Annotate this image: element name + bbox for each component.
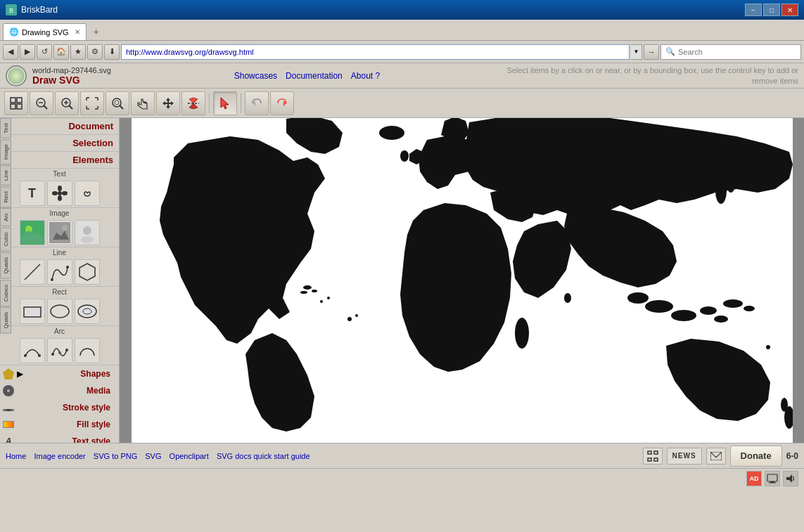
app-logo-inner	[8, 67, 25, 84]
pan-button[interactable]	[131, 91, 155, 115]
vtab-quads2[interactable]: Quads	[0, 307, 11, 334]
text-tool-T[interactable]: T	[20, 181, 45, 206]
svg-line-12	[69, 105, 72, 109]
image-encoder-link[interactable]: Image encoder	[34, 452, 85, 460]
text-style-icon: A	[3, 436, 14, 443]
svg-to-png-link[interactable]: SVG to PNG	[94, 452, 137, 460]
rect-tool-circle[interactable]	[75, 299, 100, 324]
back-button[interactable]: ◀	[3, 44, 18, 60]
line-tool-straight[interactable]	[20, 259, 45, 285]
image-tool-3[interactable]	[75, 220, 100, 245]
monitor-status-icon[interactable]	[765, 471, 780, 486]
rect-tool-rect[interactable]	[20, 299, 45, 324]
bottom-bar: Home Image encoder SVG to PNG SVG Opencl…	[0, 443, 804, 468]
zoom-out-button[interactable]	[30, 91, 53, 115]
email-button[interactable]	[706, 448, 726, 465]
active-tab[interactable]: 🌐 Drawing SVG ✕	[3, 23, 87, 40]
app-header: world-map-297446.svg Draw SVG Showcases …	[0, 63, 804, 89]
speaker-status-icon[interactable]	[783, 471, 798, 486]
ad-status-icon[interactable]: AD	[746, 471, 762, 486]
svg-point-49	[78, 305, 96, 318]
image-tool-1[interactable]	[20, 220, 45, 245]
vtab-cubics[interactable]: Cubics	[0, 280, 11, 306]
filename: world-map-297446.svg	[32, 66, 111, 74]
selection-header[interactable]: Selection	[0, 135, 119, 151]
vtab-line[interactable]: Line	[0, 165, 11, 186]
undo-button[interactable]	[245, 91, 269, 115]
reload-button[interactable]: ↺	[37, 44, 52, 60]
line-tool-polygon[interactable]	[75, 259, 100, 285]
text-style-item[interactable]: Text style	[14, 434, 116, 443]
home-link[interactable]: Home	[6, 452, 26, 460]
donate-button[interactable]: Donate	[730, 446, 782, 467]
minimize-button[interactable]: −	[745, 4, 762, 16]
text-label: Text	[0, 169, 119, 179]
arc-tool-3[interactable]	[75, 338, 100, 363]
about-link[interactable]: About ?	[351, 71, 380, 81]
app-icon: B	[6, 4, 17, 15]
flip-vertical-button[interactable]	[181, 91, 205, 115]
fit-page-button[interactable]	[4, 91, 28, 115]
search-box[interactable]: 🔍	[661, 44, 801, 60]
documentation-link[interactable]: Documentation	[286, 71, 343, 81]
download-button[interactable]: ⬇	[104, 44, 120, 60]
svg-point-74	[744, 306, 755, 311]
tab-close-button[interactable]: ✕	[75, 28, 80, 36]
bottom-links: Home Image encoder SVG to PNG SVG Opencl…	[6, 452, 316, 460]
fill-style-item[interactable]: Fill style	[14, 417, 116, 432]
news-button[interactable]: NEWS	[667, 448, 702, 465]
vtab-quads[interactable]: Quads	[0, 252, 11, 279]
svg-point-31	[58, 191, 62, 195]
shapes-item[interactable]: Shapes	[23, 367, 116, 381]
redo-button[interactable]	[270, 91, 294, 115]
go-button[interactable]: →	[644, 44, 659, 60]
vtab-arc[interactable]: Arc	[0, 208, 11, 226]
line-tools-section: Line	[0, 247, 119, 287]
arc-tool-1[interactable]	[20, 338, 45, 363]
version-label: 6-0	[786, 451, 798, 461]
bookmark-button[interactable]: ★	[70, 44, 86, 60]
line-tool-curve[interactable]	[47, 259, 72, 285]
vtab-text[interactable]: Text	[0, 118, 11, 138]
fullscreen-button[interactable]	[643, 448, 663, 465]
text-tool-flower[interactable]	[47, 181, 72, 206]
svg-point-45	[66, 266, 69, 268]
vtab-rect[interactable]: Rect	[0, 186, 11, 207]
image-tool-2[interactable]	[47, 220, 72, 245]
zoom-in-button[interactable]	[55, 91, 79, 115]
showcases-link[interactable]: Showcases	[234, 71, 277, 81]
line-label: Line	[0, 247, 119, 258]
svg-link[interactable]: SVG	[145, 452, 161, 460]
text-tool-spiral[interactable]	[75, 181, 100, 206]
search-input[interactable]	[678, 48, 791, 56]
app-logo	[6, 65, 27, 86]
rect-tool-ellipse[interactable]	[47, 299, 72, 324]
move-button[interactable]	[156, 91, 180, 115]
vtab-image[interactable]: Image	[0, 139, 11, 164]
forward-button[interactable]: ▶	[20, 44, 35, 60]
fit-selection-button[interactable]	[80, 91, 104, 115]
tab-label: Drawing SVG	[22, 28, 69, 37]
close-button[interactable]: ✕	[781, 4, 798, 16]
document-header[interactable]: Document	[0, 118, 119, 134]
home-button[interactable]: 🏠	[53, 44, 69, 60]
elements-header[interactable]: Elements	[0, 152, 119, 168]
add-tab-button[interactable]: +	[89, 25, 103, 39]
svg-rect-2	[11, 98, 15, 103]
shapes-expand[interactable]: ▶	[17, 369, 23, 379]
openclipart-link[interactable]: Openclipart	[170, 452, 209, 460]
select-button[interactable]	[213, 91, 237, 115]
media-item[interactable]: Media	[14, 384, 116, 398]
zoom-tool-button[interactable]	[106, 91, 129, 115]
settings-button[interactable]: ⚙	[87, 44, 103, 60]
maximize-button[interactable]: □	[763, 4, 780, 16]
vtab-cubic[interactable]: Cubic	[0, 227, 11, 251]
svg-docs-link[interactable]: SVG docs quick start guide	[217, 452, 310, 460]
svg-point-83	[766, 345, 770, 349]
stroke-style-item[interactable]: Stroke style	[14, 401, 116, 415]
url-dropdown-button[interactable]: ▼	[631, 44, 642, 60]
url-bar[interactable]: http://www.drawsvg.org/drawsvg.html	[121, 44, 630, 60]
app-links: Showcases Documentation About ?	[234, 71, 380, 81]
arc-tool-2[interactable]	[47, 338, 72, 363]
canvas-inner[interactable]	[132, 118, 793, 443]
